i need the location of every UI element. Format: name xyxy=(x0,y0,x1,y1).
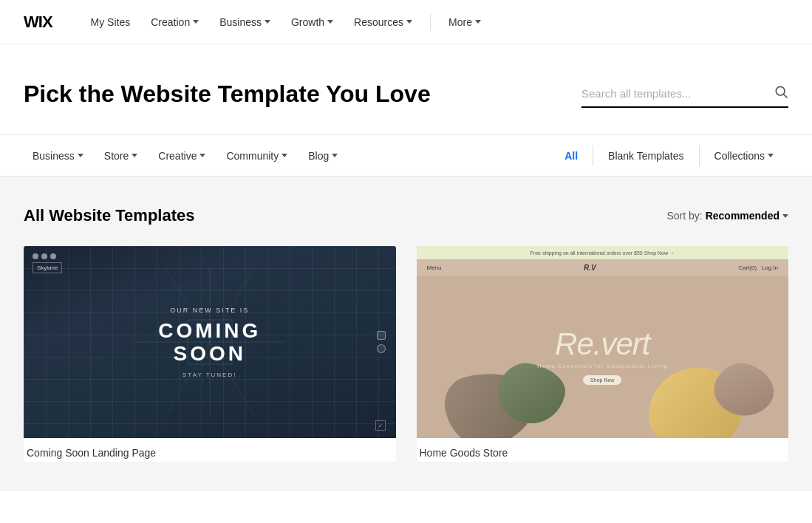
filter-all[interactable]: All xyxy=(550,146,593,166)
nav-more[interactable]: More xyxy=(440,10,490,34)
svg-line-1 xyxy=(784,95,788,98)
chevron-down-icon xyxy=(199,154,205,157)
sort-by[interactable]: Sort by: Recommended xyxy=(666,210,788,222)
filter-blog[interactable]: Blog xyxy=(299,146,347,166)
template-label-coming-soon: Coming Soon Landing Page xyxy=(24,438,396,462)
filter-blank-templates[interactable]: Blank Templates xyxy=(593,146,699,166)
chevron-down-icon xyxy=(282,154,287,157)
filter-right: All Blank Templates Collections xyxy=(550,146,788,166)
content-header: All Website Templates Sort by: Recommend… xyxy=(24,206,788,225)
chevron-down-icon xyxy=(78,154,83,157)
template-card-home-goods[interactable]: Free shipping on all international order… xyxy=(417,246,789,462)
filter-left: Business Store Creative Community Blog xyxy=(24,146,550,166)
chevron-down-icon xyxy=(132,154,137,157)
template-thumbnail-home-goods: Free shipping on all international order… xyxy=(417,246,789,438)
coming-soon-text: OUR NEW SITE IS COMINGSOON STAY TUNED! xyxy=(158,307,261,378)
chevron-down-icon xyxy=(475,20,481,24)
filter-bar: Business Store Creative Community Blog A… xyxy=(0,135,812,177)
filter-community[interactable]: Community xyxy=(217,146,296,166)
wix-logo[interactable]: WIX xyxy=(24,13,52,32)
revert-topbar: Free shipping on all international order… xyxy=(417,246,789,259)
chevron-down-icon xyxy=(332,154,338,157)
chevron-down-icon xyxy=(406,20,412,24)
chevron-down-icon xyxy=(782,214,788,218)
revert-navbar: Menu R.V Cart(0) Log In xyxy=(417,259,789,276)
main-content: All Website Templates Sort by: Recommend… xyxy=(0,177,812,491)
chevron-down-icon xyxy=(768,154,774,157)
nav-items: My Sites Creation Business Growth Resour… xyxy=(82,10,788,34)
section-title: All Website Templates xyxy=(24,206,194,225)
top-navigation: WIX My Sites Creation Business Growth Re… xyxy=(0,0,812,44)
search-input[interactable] xyxy=(581,87,768,100)
filter-business[interactable]: Business xyxy=(24,146,92,166)
nav-business[interactable]: Business xyxy=(211,10,279,34)
nav-resources[interactable]: Resources xyxy=(345,10,421,34)
chevron-down-icon xyxy=(327,20,333,24)
filter-store[interactable]: Store xyxy=(95,146,146,166)
search-icon[interactable] xyxy=(774,84,788,102)
template-label-home-goods: Home Goods Store xyxy=(417,438,789,462)
svg-point-0 xyxy=(776,87,785,96)
nav-growth[interactable]: Growth xyxy=(282,10,342,34)
revert-title-block: Re.vert Home Essentials for Sustainable … xyxy=(537,329,668,385)
nav-divider xyxy=(430,13,431,31)
template-thumbnail-coming-soon: Skylane OUR NEW SITE IS COMINGSOON STAY … xyxy=(24,246,396,438)
hero-title: Pick the Website Template You Love xyxy=(24,80,431,108)
filter-creative[interactable]: Creative xyxy=(149,146,214,166)
filter-collections[interactable]: Collections xyxy=(700,146,788,166)
nav-my-sites[interactable]: My Sites xyxy=(82,10,140,34)
template-card-coming-soon[interactable]: Skylane OUR NEW SITE IS COMINGSOON STAY … xyxy=(24,246,396,462)
window-dots xyxy=(33,253,56,259)
search-container xyxy=(581,80,788,108)
nav-creation[interactable]: Creation xyxy=(142,10,208,34)
chevron-down-icon xyxy=(265,20,270,24)
templates-grid: Skylane OUR NEW SITE IS COMINGSOON STAY … xyxy=(24,246,788,462)
chevron-down-icon xyxy=(193,20,199,24)
revert-hero: Re.vert Home Essentials for Sustainable … xyxy=(417,276,789,438)
hero-section: Pick the Website Template You Love xyxy=(0,44,812,135)
cs-brand-logo: Skylane xyxy=(33,262,62,273)
